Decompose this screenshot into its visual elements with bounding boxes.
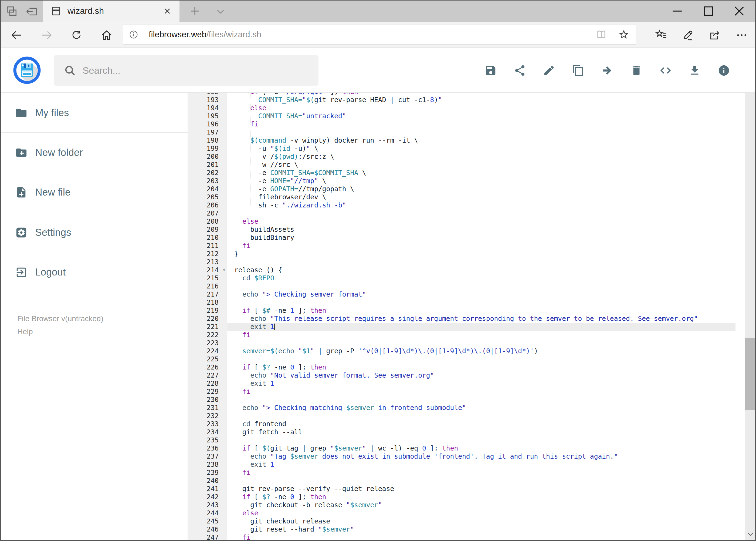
new-tab-icon[interactable]: [189, 5, 201, 17]
line-number[interactable]: 228: [187, 379, 227, 387]
line-number[interactable]: 242: [187, 493, 227, 501]
code-text[interactable]: git fetch --all: [227, 428, 735, 436]
line-number[interactable]: 215: [187, 274, 227, 282]
code-text[interactable]: $(command -v winpty) docker run --rm -it…: [227, 136, 735, 145]
more-options-icon[interactable]: [735, 29, 748, 41]
scroll-down-icon[interactable]: [747, 530, 754, 538]
page-scrollbar[interactable]: [745, 48, 756, 541]
code-text[interactable]: exit 1: [227, 379, 735, 387]
line-number[interactable]: 219: [187, 306, 227, 315]
code-text[interactable]: echo "> Checking matching $semver in fro…: [227, 404, 735, 412]
code-text[interactable]: cd frontend: [227, 420, 735, 428]
line-number[interactable]: 195: [187, 112, 227, 120]
line-number[interactable]: 216: [187, 282, 227, 290]
line-number[interactable]: 230: [187, 396, 227, 404]
code-text[interactable]: fi: [227, 469, 735, 477]
line-number[interactable]: 234: [187, 428, 227, 436]
fold-marker-icon[interactable]: ▾: [223, 266, 225, 274]
code-text[interactable]: filebrowser/dev \: [227, 193, 735, 201]
line-number[interactable]: 208: [187, 218, 227, 226]
line-number[interactable]: 223: [187, 339, 227, 347]
favorite-star-icon[interactable]: [619, 29, 629, 40]
rename-button[interactable]: [543, 64, 555, 77]
code-text[interactable]: -e COMMIT_SHA=$COMMIT_SHA \: [227, 169, 735, 177]
line-number[interactable]: 245: [187, 517, 227, 525]
sidebar-item-new-folder[interactable]: New folder: [0, 142, 187, 163]
line-number[interactable]: 235: [187, 436, 227, 444]
favorites-hub-icon[interactable]: [655, 29, 668, 41]
code-text[interactable]: if [ -d "/src/.git" ]; then: [227, 93, 735, 96]
line-number[interactable]: 229: [187, 387, 227, 396]
code-text[interactable]: fi: [227, 331, 735, 339]
code-text[interactable]: [227, 298, 735, 306]
line-number[interactable]: 232: [187, 412, 227, 420]
move-button[interactable]: [601, 64, 614, 77]
code-text[interactable]: semver=$(echo "$1" | grep -P '^v(0|[1-9]…: [227, 347, 735, 355]
code-text[interactable]: [227, 477, 735, 485]
line-number[interactable]: 227: [187, 371, 227, 379]
delete-button[interactable]: [630, 64, 642, 77]
code-text[interactable]: -e GOPATH=//tmp/gopath \: [227, 185, 735, 193]
share-icon-browser[interactable]: [708, 29, 721, 41]
copy-button[interactable]: [572, 64, 584, 77]
tab-list-chevron-icon[interactable]: [215, 6, 226, 17]
line-number[interactable]: 243: [187, 501, 227, 509]
line-number[interactable]: 244: [187, 509, 227, 517]
line-number[interactable]: 206: [187, 201, 227, 209]
code-text[interactable]: -e HOME="//tmp" \: [227, 177, 735, 185]
line-number[interactable]: 209: [187, 226, 227, 234]
code-text[interactable]: -v /$(pwd):/src:z \: [227, 153, 735, 161]
code-text[interactable]: }: [227, 250, 735, 258]
code-text[interactable]: [227, 412, 735, 420]
line-number[interactable]: 196: [187, 120, 227, 128]
line-number[interactable]: 213: [187, 258, 227, 266]
code-text[interactable]: [227, 355, 735, 363]
line-number[interactable]: 211: [187, 242, 227, 250]
line-number[interactable]: 193: [187, 96, 227, 104]
code-text[interactable]: echo "> Checking semver format": [227, 290, 735, 298]
sidebar-item-logout[interactable]: Logout: [0, 262, 187, 282]
code-text[interactable]: [227, 396, 735, 404]
address-bar[interactable]: filebrowser.web/files/wizard.sh: [123, 25, 636, 45]
line-number[interactable]: 201: [187, 161, 227, 169]
line-number[interactable]: 217: [187, 290, 227, 298]
line-number[interactable]: 246: [187, 525, 227, 533]
reading-view-icon[interactable]: [596, 29, 607, 40]
line-number[interactable]: 240: [187, 477, 227, 485]
line-number[interactable]: 203: [187, 177, 227, 185]
line-number[interactable]: 226: [187, 363, 227, 371]
close-window-button[interactable]: [731, 3, 748, 19]
search-input[interactable]: Search...: [54, 55, 319, 86]
code-text[interactable]: [227, 339, 735, 347]
code-text[interactable]: if [ $? -ne 0 ]; then: [227, 493, 735, 501]
code-text[interactable]: else: [227, 104, 735, 112]
sidebar-item-new-file[interactable]: New file: [0, 182, 187, 203]
line-number[interactable]: 221: [187, 323, 227, 331]
code-text[interactable]: exit 1: [227, 460, 735, 469]
back-icon[interactable]: [10, 29, 23, 41]
site-info-icon[interactable]: [128, 29, 139, 40]
minimize-button[interactable]: [669, 3, 685, 19]
code-text[interactable]: [227, 209, 735, 218]
line-number[interactable]: 204: [187, 185, 227, 193]
code-text[interactable]: git checkout -b release "$semver": [227, 501, 735, 509]
line-number[interactable]: 225: [187, 355, 227, 363]
code-text[interactable]: echo "This release script requires a sin…: [227, 315, 735, 323]
source-button[interactable]: [659, 64, 672, 77]
line-number[interactable]: 247: [187, 533, 227, 541]
code-text[interactable]: echo "Not valid semver format. See semve…: [227, 371, 735, 379]
code-text[interactable]: if [ $(git tag | grep "$semver" | wc -l)…: [227, 444, 735, 452]
line-number[interactable]: 194: [187, 104, 227, 112]
browser-tab[interactable]: wizard.sh: [43, 0, 179, 22]
scrollbar-thumb[interactable]: [745, 338, 756, 410]
code-text[interactable]: [227, 258, 735, 266]
download-button[interactable]: [688, 64, 701, 77]
code-text[interactable]: else: [227, 509, 735, 517]
line-number[interactable]: 197: [187, 128, 227, 136]
refresh-icon[interactable]: [71, 29, 82, 41]
info-button[interactable]: [718, 64, 730, 77]
save-button[interactable]: [484, 64, 497, 77]
url-text[interactable]: filebrowser.web/files/wizard.sh: [149, 30, 596, 39]
code-text[interactable]: buildAssets: [227, 226, 735, 234]
line-number[interactable]: 205: [187, 193, 227, 201]
